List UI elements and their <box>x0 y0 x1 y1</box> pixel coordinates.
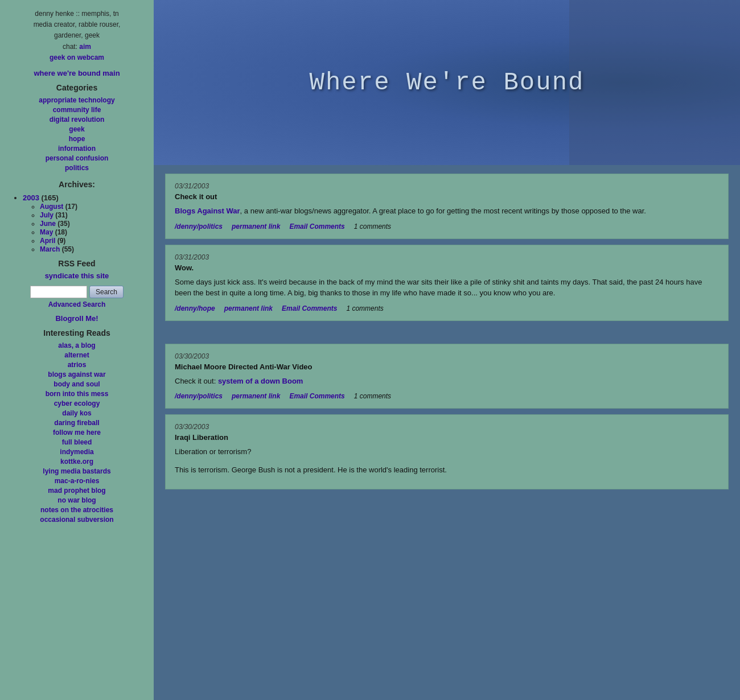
email-comments-link[interactable]: Email Comments <box>289 392 344 400</box>
list-item: May (18) <box>40 228 148 236</box>
categories-title: Categories <box>6 83 148 92</box>
permanent-link[interactable]: permanent link <box>232 392 280 400</box>
post-title: Michael Moore Directed Anti-War Video <box>175 363 719 371</box>
list-item: June (35) <box>40 220 148 228</box>
blogroll-item-link[interactable]: mad prophet blog <box>48 487 105 495</box>
category-path-link[interactable]: /denny/hope <box>175 304 215 312</box>
blogroll-item-link[interactable]: atrios <box>68 361 87 369</box>
blogroll-item-link[interactable]: full bleed <box>62 438 92 446</box>
blogroll-item-link[interactable]: lying media bastards <box>43 467 110 475</box>
author-line1: denny henke :: memphis, tn <box>35 10 118 18</box>
category-link[interactable]: hope <box>69 135 85 143</box>
list-item: full bleed <box>6 438 148 446</box>
blogroll-link[interactable]: Blogroll Me! <box>6 314 148 323</box>
rss-title: RSS Feed <box>6 259 148 268</box>
advanced-search-link[interactable]: Advanced Search <box>48 300 106 308</box>
blogroll-item-link[interactable]: alternet <box>64 351 89 359</box>
category-path-link[interactable]: /denny/politics <box>175 223 223 230</box>
categories-list: appropriate technology community life di… <box>6 96 148 172</box>
author-line3: gardener, geek <box>54 31 100 39</box>
comments-count: 1 comments <box>354 392 391 400</box>
post-date: 03/31/2003 <box>175 253 719 261</box>
blogroll-item-link[interactable]: alas, a blog <box>58 341 95 349</box>
list-item: blogs against war <box>6 370 148 378</box>
post-footer: /denny/politics permanent link Email Com… <box>175 223 719 230</box>
list-item: information <box>6 144 148 153</box>
category-link[interactable]: geek <box>69 125 84 133</box>
month-link[interactable]: March <box>40 245 60 253</box>
email-comments-link[interactable]: Email Comments <box>289 223 344 230</box>
archives-section: 2003 (165) August (17) July (31) June (3… <box>6 193 148 253</box>
month-link[interactable]: May <box>40 228 53 236</box>
list-item: atrios <box>6 360 148 369</box>
post-body: Some days just kick ass. It's weird beca… <box>175 277 719 299</box>
post-body: Check it out: system of a down Boom <box>175 376 719 387</box>
blogroll-item-link[interactable]: notes on the atrocities <box>40 506 113 514</box>
author-line2: media creator, rabble rouser, <box>34 20 121 28</box>
post-title: Check it out <box>175 192 719 201</box>
post-body-link[interactable]: Blogs Against War <box>175 207 240 215</box>
header-banner: Where We're Bound <box>154 0 740 165</box>
post-date: 03/31/2003 <box>175 182 719 190</box>
search-area: Search Advanced Search <box>6 286 148 308</box>
blogroll-item-link[interactable]: cyber ecology <box>54 400 100 407</box>
syndicate-link[interactable]: syndicate this site <box>45 271 109 280</box>
list-item: August (17) <box>40 203 148 211</box>
month-link[interactable]: April <box>40 237 55 245</box>
blogroll-item-link[interactable]: kottke.org <box>60 458 93 466</box>
main-link[interactable]: where we're bound main <box>6 69 148 77</box>
blogroll-item-link[interactable]: daring fireball <box>54 419 99 427</box>
webcam-link[interactable]: geek on webcam <box>50 53 104 61</box>
archives-title: Archives: <box>6 180 148 189</box>
list-item: kottke.org <box>6 457 148 466</box>
sidebar: denny henke :: memphis, tn media creator… <box>0 0 154 700</box>
category-link[interactable]: information <box>58 145 96 153</box>
aim-link[interactable]: aim <box>79 43 91 51</box>
category-link[interactable]: personal confusion <box>46 154 109 162</box>
search-input[interactable] <box>30 286 87 298</box>
month-link[interactable]: August <box>40 203 63 211</box>
year-link[interactable]: 2003 <box>23 193 39 202</box>
post-body-link[interactable]: system of a down Boom <box>218 377 303 385</box>
list-item: indymedia <box>6 447 148 456</box>
list-item: follow me here <box>6 428 148 437</box>
category-path-link[interactable]: /denny/politics <box>175 392 223 400</box>
blogroll-item-link[interactable]: mac-a-ro-nies <box>55 477 100 485</box>
list-item: born into this mess <box>6 389 148 398</box>
posts-area: 03/31/2003 Check it out Blogs Against Wa… <box>154 165 740 498</box>
search-button[interactable]: Search <box>89 286 124 298</box>
blogroll-item-link[interactable]: follow me here <box>53 429 101 437</box>
month-link[interactable]: June <box>40 220 56 228</box>
gap <box>165 327 729 338</box>
list-item: appropriate technology <box>6 96 148 104</box>
blogroll-item-link[interactable]: daily kos <box>62 409 91 417</box>
list-item: community life <box>6 105 148 114</box>
list-item: mad prophet blog <box>6 486 148 495</box>
email-comments-link[interactable]: Email Comments <box>282 304 337 312</box>
interesting-reads-title: Interesting Reads <box>6 328 148 337</box>
month-link[interactable]: July <box>40 211 54 219</box>
permanent-link[interactable]: permanent link <box>232 223 280 230</box>
list-item: digital revolution <box>6 115 148 123</box>
blogroll-item-link[interactable]: body and soul <box>54 380 100 388</box>
category-link[interactable]: politics <box>65 164 89 172</box>
post-card: 03/31/2003 Wow. Some days just kick ass.… <box>165 245 729 321</box>
post-card: 03/30/2003 Michael Moore Directed Anti-W… <box>165 344 729 409</box>
list-item: politics <box>6 163 148 172</box>
list-item: alternet <box>6 351 148 359</box>
list-item: July (31) <box>40 211 148 219</box>
post-para: This is terrorism. George Bush is not a … <box>175 464 719 476</box>
category-link[interactable]: appropriate technology <box>39 96 114 104</box>
list-item: personal confusion <box>6 154 148 162</box>
list-item: hope <box>6 134 148 143</box>
category-link[interactable]: community life <box>53 106 101 114</box>
post-date: 03/30/2003 <box>175 423 719 431</box>
blogroll-item-link[interactable]: blogs against war <box>48 370 105 378</box>
permanent-link[interactable]: permanent link <box>224 304 273 312</box>
category-link[interactable]: digital revolution <box>50 116 105 123</box>
blogroll-item-link[interactable]: indymedia <box>60 448 93 456</box>
blogroll-item-link[interactable]: no war blog <box>57 496 96 504</box>
search-row: Search <box>30 286 124 298</box>
blogroll-item-link[interactable]: born into this mess <box>46 390 109 398</box>
blogroll-item-link[interactable]: occasional subversion <box>40 516 113 524</box>
